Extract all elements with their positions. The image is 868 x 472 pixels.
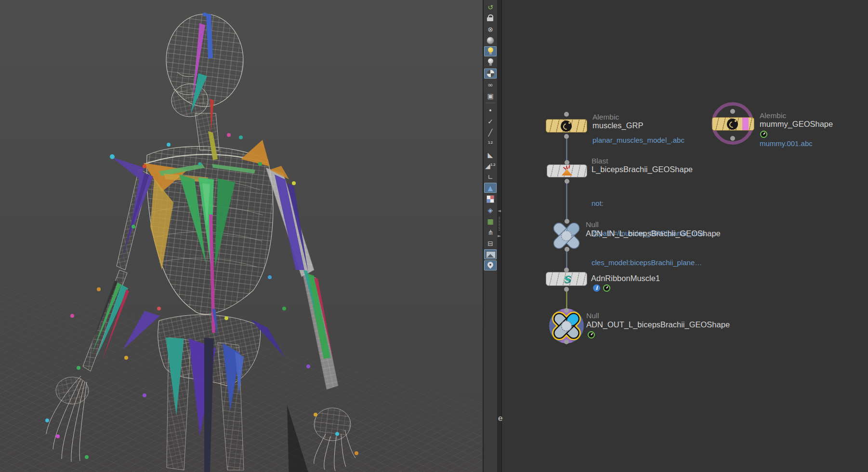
input-connector[interactable] — [564, 308, 569, 313]
ghost-lights-icon[interactable]: ⊗ — [484, 24, 497, 34]
node-comment: mummy.001.abc — [760, 139, 813, 149]
prim-numbers-icon[interactable]: ◢¹² — [484, 161, 497, 171]
input-connector[interactable] — [565, 219, 569, 224]
viewport-display-toolbar: ↺⊗∞▣•✓╱¹²◣◢¹²∟▲◈▦⋔⊟ — [483, 0, 497, 472]
location-pin-icon[interactable] — [484, 260, 497, 270]
lasso-select-icon[interactable]: ↺ — [484, 2, 497, 12]
node-null-adn-out[interactable] — [543, 304, 590, 349]
node-name-label: mummy_GEOShape — [760, 120, 833, 129]
node-name-label: L_bicepsBrachii_GEOShape — [592, 165, 693, 174]
default-lighting-icon[interactable] — [484, 46, 497, 56]
node-type-label: Blast — [592, 157, 608, 165]
snapshot-icon[interactable] — [484, 249, 497, 259]
headlight-knob-icon[interactable] — [484, 35, 497, 45]
drop-light-icon[interactable] — [484, 57, 497, 67]
input-connector[interactable] — [564, 112, 569, 117]
pane-divider[interactable]: ◄ ► — [497, 0, 502, 472]
output-connector[interactable] — [730, 136, 735, 141]
divider-grip[interactable] — [499, 217, 500, 231]
node-blast[interactable] — [547, 164, 587, 178]
skeleton-wireframe — [0, 0, 483, 472]
material-ball-icon[interactable] — [484, 68, 497, 79]
node-type-label: Null — [586, 220, 599, 229]
blast-node-body[interactable] — [547, 164, 587, 177]
viewport-3d[interactable] — [0, 0, 483, 472]
display-stripe — [742, 118, 749, 130]
node-adn-ribbon-muscle[interactable]: S — [546, 272, 587, 286]
node-type-label: Alembic — [760, 111, 786, 120]
node-type-label: Alembic — [592, 113, 619, 121]
node-comment: planar_muscles_model_.abc — [592, 135, 684, 146]
alembic-node-body[interactable] — [546, 119, 587, 133]
output-connector[interactable] — [565, 179, 569, 184]
camera-view-icon[interactable]: ▣ — [484, 91, 497, 101]
time-dependent-badge[interactable] — [603, 284, 610, 292]
capture-region-icon[interactable]: ▦ — [484, 216, 497, 226]
info-badge[interactable] — [593, 284, 600, 292]
node-null-adn-in[interactable] — [548, 219, 585, 253]
output-connector[interactable] — [564, 339, 569, 344]
time-dependent-badge[interactable] — [760, 131, 767, 138]
node-name-label: ADN_OUT_L_bicepsBrachii_GEOShape — [586, 320, 730, 329]
node-type-label: Null — [586, 311, 599, 320]
alembic-node-body[interactable] — [712, 117, 754, 131]
toolbar-separator — [486, 103, 495, 103]
node-name-label: AdnRibbonMuscle1 — [591, 274, 660, 283]
profiles-icon[interactable]: ∟ — [484, 172, 497, 182]
prim-normals-icon[interactable]: ◣ — [484, 149, 497, 160]
clipped-node-label: e — [498, 414, 502, 423]
blast-sparks-icon — [566, 166, 568, 169]
ribbon-node-body[interactable]: S — [546, 272, 587, 286]
point-vectors-icon[interactable]: ╱ — [484, 127, 497, 137]
stereo-glasses-icon[interactable]: ∞ — [484, 80, 497, 90]
show-points-icon[interactable]: • — [484, 105, 497, 115]
houdini-window: ↺⊗∞▣•✓╱¹²◣◢¹²∟▲◈▦⋔⊟ ◄ ► e Alembic muscle… — [0, 0, 868, 472]
output-connector[interactable] — [564, 134, 569, 139]
node-name-label: muscles_GRP — [592, 121, 643, 130]
wind-fan-icon[interactable]: ⋔ — [484, 227, 497, 237]
output-connector[interactable] — [565, 247, 569, 252]
lock-camera-icon[interactable] — [484, 13, 497, 23]
display-normals-icon[interactable]: ◈ — [484, 205, 497, 215]
output-connector[interactable] — [564, 287, 569, 292]
visualizer-icon[interactable]: ⊟ — [484, 238, 497, 248]
divider-collapse-left-icon[interactable]: ◄ — [498, 208, 501, 213]
point-normals-icon[interactable]: ✓ — [484, 116, 497, 126]
shaded-mode-icon[interactable]: ▲ — [484, 183, 497, 193]
point-numbers-icon[interactable]: ¹² — [484, 138, 497, 148]
adn-muscle-icon: S — [563, 273, 570, 284]
input-connector[interactable] — [730, 109, 735, 114]
alembic-icon — [561, 121, 572, 132]
texture-checker-icon[interactable] — [484, 194, 497, 204]
node-alembic-mummy[interactable] — [711, 102, 755, 146]
node-alembic-muscles-grp[interactable] — [546, 117, 587, 138]
node-name-label: ADN_IN_L_bicepsBrachii_GEOShape — [586, 229, 721, 238]
divider-collapse-right-icon[interactable]: ► — [498, 233, 501, 238]
alembic-icon — [727, 119, 738, 130]
blast-icon — [562, 169, 572, 175]
time-dependent-badge[interactable] — [588, 331, 595, 338]
